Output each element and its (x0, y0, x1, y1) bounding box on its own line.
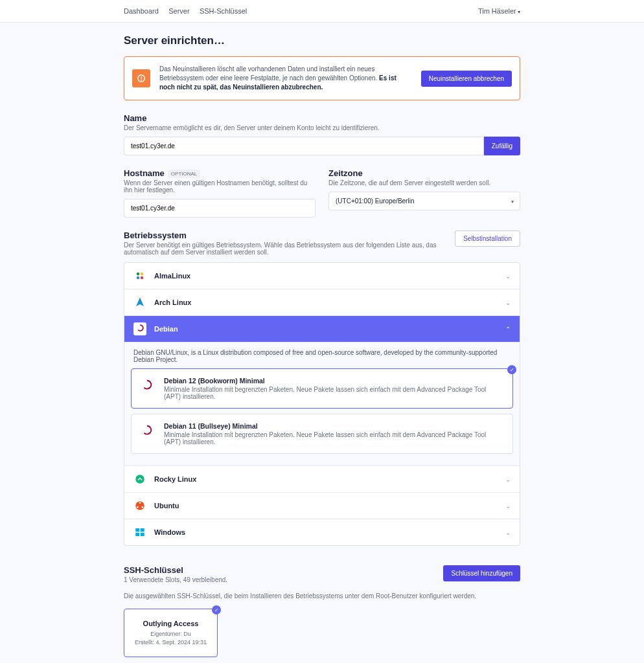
nav-dashboard[interactable]: Dashboard (124, 7, 159, 15)
os-option-title: Debian 12 (Bookworm) Minimal (164, 377, 505, 385)
hostname-label: HostnameOPTIONAL (124, 168, 316, 178)
chevron-up-icon: ⌃ (505, 326, 511, 333)
ssh-key-created: Erstellt: 4. Sept. 2024 19:31 (132, 638, 209, 647)
chevron-down-icon: ⌄ (505, 529, 511, 536)
add-ssh-key-button[interactable]: Schlüssel hinzufügen (443, 565, 520, 581)
ssh-key-name: Outlying Access (132, 620, 209, 627)
reinstall-warning: Das Neuinstallieren löscht alle vorhande… (124, 56, 520, 100)
svg-point-11 (141, 506, 143, 508)
svg-point-5 (137, 276, 140, 280)
rocky-icon (133, 473, 146, 486)
server-name-input[interactable] (124, 137, 484, 155)
check-icon: ✓ (212, 605, 221, 614)
chevron-down-icon: ⌄ (505, 476, 511, 483)
os-name: Windows (154, 528, 505, 536)
debian-detail-panel: Debian GNU/Linux, is a Linux distributio… (124, 343, 520, 466)
os-name: AlmaLinux (154, 272, 505, 280)
svg-rect-15 (141, 533, 144, 536)
hostname-input[interactable] (124, 199, 316, 218)
os-option-desc: Minimale Installation mit begrenzten Pak… (164, 386, 505, 400)
almalinux-icon (133, 269, 146, 282)
timezone-label: Zeitzone (328, 168, 520, 178)
chevron-down-icon: ⌄ (505, 299, 511, 306)
hostname-desc: Wenn der Server einen gültigen Hostnamen… (124, 179, 316, 194)
svg-rect-12 (135, 528, 139, 532)
svg-point-9 (139, 502, 141, 504)
os-item-ubuntu[interactable]: Ubuntu ⌄ (124, 493, 520, 519)
page-title: Server einrichten… (124, 34, 520, 47)
name-desc: Der Servername ermöglicht es dir, den Se… (124, 124, 520, 131)
os-option-title: Debian 11 (Bullseye) Minimal (164, 422, 505, 430)
warning-icon (132, 69, 150, 87)
svg-point-2 (141, 80, 142, 80)
timezone-select[interactable]: (UTC+01:00) Europe/Berlin (328, 192, 520, 210)
os-item-almalinux[interactable]: AlmaLinux ⌄ (124, 263, 520, 289)
ssh-desc: Die ausgewählten SSH-Schlüssel, die beim… (124, 592, 520, 600)
check-icon: ✓ (507, 365, 516, 374)
svg-point-7 (135, 475, 144, 484)
os-item-rocky[interactable]: Rocky Linux ⌄ (124, 466, 520, 493)
name-label: Name (124, 113, 520, 123)
alert-text-a: Das Neuinstallieren löscht alle vorhande… (159, 65, 379, 82)
chevron-down-icon: ⌄ (505, 273, 511, 280)
random-name-button[interactable]: Zufällig (484, 137, 520, 155)
os-item-debian[interactable]: Debian ⌃ (124, 316, 520, 343)
svg-rect-14 (135, 533, 139, 536)
cancel-reinstall-button[interactable]: Neuinstallieren abbrechen (421, 71, 512, 87)
svg-point-4 (141, 273, 144, 276)
ssh-slots: 1 Verwendete Slots, 49 verbleibend. (124, 576, 227, 583)
os-option-desc: Minimale Installation mit begrenzten Pak… (164, 431, 505, 445)
os-desc: Der Server benötigt ein gültiges Betrieb… (124, 242, 448, 256)
archlinux-icon (133, 296, 146, 309)
os-item-archlinux[interactable]: Arch Linux ⌄ (124, 289, 520, 316)
user-menu[interactable]: Tim Häseler (478, 7, 520, 15)
windows-icon (133, 526, 146, 539)
os-option-debian12[interactable]: ✓ Debian 12 (Bookworm) Minimal Minimale … (131, 368, 513, 409)
debian-icon (133, 322, 146, 335)
debian-icon (139, 377, 155, 392)
os-name: Arch Linux (154, 298, 505, 306)
os-label: Betriebssystem (124, 230, 448, 240)
debian-description: Debian GNU/Linux, is a Linux distributio… (131, 349, 513, 363)
timezone-desc: Die Zeitzone, die auf dem Server eingest… (328, 179, 520, 186)
svg-point-3 (137, 273, 140, 276)
svg-point-10 (137, 506, 139, 508)
nav-ssh[interactable]: SSH-Schlüssel (200, 7, 247, 15)
os-option-debian11[interactable]: Debian 11 (Bullseye) Minimal Minimale In… (131, 414, 513, 454)
ssh-key-owner: Eigentümer: Du (132, 630, 209, 638)
ubuntu-icon (133, 499, 146, 512)
chevron-down-icon: ⌄ (505, 502, 511, 510)
nav-server[interactable]: Server (168, 7, 189, 15)
self-install-button[interactable]: Selbstinstallation (455, 230, 520, 247)
os-item-windows[interactable]: Windows ⌄ (124, 519, 520, 545)
ssh-label: SSH-Schlüssel (124, 565, 227, 575)
debian-icon (139, 422, 155, 438)
optional-badge: OPTIONAL (168, 170, 200, 178)
os-name: Debian (154, 325, 505, 333)
svg-point-6 (141, 276, 144, 280)
os-name: Rocky Linux (154, 475, 505, 483)
ssh-key-card[interactable]: ✓ Outlying Access Eigentümer: Du Erstell… (124, 609, 218, 657)
os-name: Ubuntu (154, 502, 505, 510)
svg-rect-13 (141, 528, 144, 532)
